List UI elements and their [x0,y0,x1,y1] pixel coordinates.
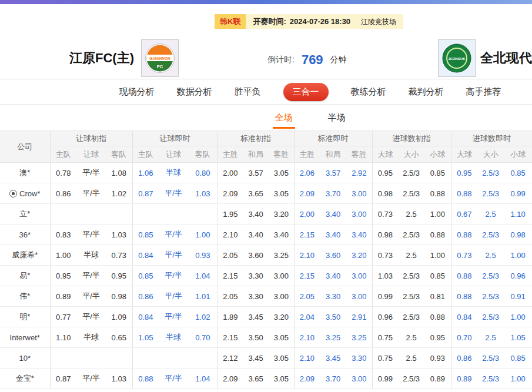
company-cell[interactable]: Crow* [0,183,50,204]
odds-cell: 平/半 [76,286,106,307]
odds-cell: 0.81 [424,286,451,307]
odds-cell: 3.00 [269,266,294,286]
odds-cell: 1.04 [188,368,218,389]
odds-cell: 1.03 [106,368,132,389]
kickoff-label: 开赛时间: [253,18,286,25]
odds-cell: 0.65 [106,327,132,348]
svg-text:FC: FC [157,64,163,69]
odds-cell: 0.70 [188,327,218,348]
odds-cell: 2.09 [218,368,243,389]
odds-cell: 2.05 [294,286,320,307]
table-row: 36*0.83平/半1.030.85平/半1.002.103.403.402.1… [0,225,532,245]
odds-cell: 3.45 [243,348,269,368]
scope-tabs: 全场半场 [0,105,532,130]
odds-cell: 1.02 [188,307,218,327]
countdown: 倒计时: 769 分钟 [267,52,347,68]
odds-cell: 1.03 [106,225,132,245]
odds-cell: 0.84 [132,245,159,266]
odds-cell: 2.15 [294,266,320,286]
col-header-5-1: 大球 [372,146,398,163]
company-cell[interactable]: 易* [0,266,50,286]
scope-tab-1[interactable]: 全场 [273,112,295,123]
countdown-label: 倒计时: [267,55,295,65]
odds-cell: 0.75 [372,327,398,348]
company-cell[interactable]: 澳* [0,163,50,183]
odds-cell: 0.98 [372,183,398,204]
odds-cell: 0.99 [504,183,532,204]
scope-tab-2[interactable]: 半场 [326,112,348,123]
odds-cell: 0.98 [504,225,532,245]
odds-cell: 3.05 [269,327,294,348]
odds-cell: 3.00 [346,286,372,307]
odds-cell: 3.40 [243,204,269,225]
company-cell[interactable]: 明* [0,307,50,327]
odds-cell: 3.40 [320,266,346,286]
company-cell[interactable]: 10* [0,348,50,368]
odds-cell: 平/半 [76,225,106,245]
odds-cell: 0.88 [424,183,451,204]
odds-cell: 2.15 [218,266,243,286]
odds-cell: 3.20 [269,307,294,327]
odds-cell: 0.95 [424,327,451,348]
odds-cell: 2.15 [294,225,320,245]
col-header-1-3: 客队 [106,146,132,163]
odds-cell: 1.00 [504,245,532,266]
company-header: 公司 [0,131,50,163]
odds-cell: 0.83 [50,225,76,245]
odds-cell: 2.04 [294,307,320,327]
company-cell[interactable]: 36* [0,225,50,245]
home-team-name: 江原FC(主) [69,50,134,66]
odds-cell: 1.01 [188,286,218,307]
col-header-6-1: 大球 [451,146,477,163]
nav-tab-1[interactable]: 现场分析 [119,86,155,98]
company-cell[interactable]: 立* [0,204,50,225]
odds-table: 公司让球初指让球即时标准初指标准即时进球数初指进球数即时主队让球客队主队让球客队… [0,130,532,389]
odds-cell: 1.05 [504,327,532,348]
odds-cell: 0.89 [50,286,76,307]
odds-cell: 2.5 [398,348,424,368]
nav-tab-6[interactable]: 裁判分析 [409,86,444,98]
col-header-4-2: 和局 [320,146,346,163]
odds-cell: 0.91 [504,286,532,307]
company-cell[interactable]: 威廉希* [0,245,50,266]
odds-cell [159,348,188,368]
svg-text:GANGWON: GANGWON [149,56,170,61]
odds-cell: 2.5/3 [398,183,424,204]
odds-cell: 1.08 [106,163,132,183]
odds-cell: 0.88 [132,368,159,389]
nav-tab-7[interactable]: 高手推荐 [466,86,501,98]
odds-cell: 0.73 [372,204,398,225]
odds-cell: 平/半 [159,225,188,245]
group-header-3: 标准初指 [218,131,294,146]
odds-cell: 1.95 [218,204,243,225]
odds-cell: 3.60 [243,245,269,266]
nav-tab-5[interactable]: 教练分析 [351,86,386,98]
league-badge[interactable]: 韩K联 [215,14,246,29]
kickoff-info: 开赛时间: 2024-07-26 18:30 江陵竞技场 [246,14,403,29]
nav-tab-3[interactable]: 胜平负 [235,86,261,98]
odds-cell: 半球 [159,163,188,183]
match-header: 韩K联 开赛时间: 2024-07-26 18:30 江陵竞技场 江原FC(主)… [0,4,532,79]
nav-tab-4[interactable]: 三合一 [283,83,329,101]
odds-cell: 3.45 [243,307,269,327]
odds-cell: 3.30 [346,348,372,368]
company-cell[interactable]: Interwet* [0,327,50,348]
col-header-2-1: 主队 [132,146,159,163]
col-header-3-1: 主胜 [218,146,243,163]
odds-cell: 2.5/3 [477,307,504,327]
odds-cell: 3.50 [320,307,346,327]
odds-cell: 2.10 [294,348,320,368]
odds-cell: 1.10 [50,327,76,348]
odds-cell: 0.80 [188,163,218,183]
group-header-4: 标准即时 [294,131,372,146]
col-header-4-3: 客胜 [346,146,372,163]
company-cell[interactable]: 金宝* [0,368,50,389]
odds-cell: 2.5/3 [477,266,504,286]
odds-cell: 2.09 [294,368,320,389]
odds-cell: 1.89 [218,307,243,327]
odds-cell: 2.09 [294,183,320,204]
table-row: 金宝*0.87平/半1.030.88平/半1.042.093.653.052.0… [0,368,532,389]
col-header-2-3: 客队 [188,146,218,163]
nav-tab-2[interactable]: 数据分析 [177,86,212,98]
company-cell[interactable]: 伟* [0,286,50,307]
